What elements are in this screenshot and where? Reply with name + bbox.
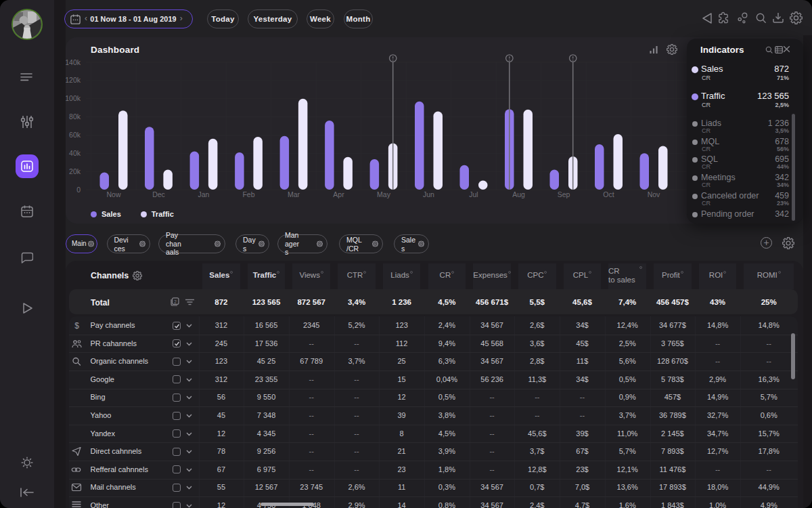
svg-text:$: $ [74,321,79,331]
svg-text:2: 2 [174,299,177,304]
